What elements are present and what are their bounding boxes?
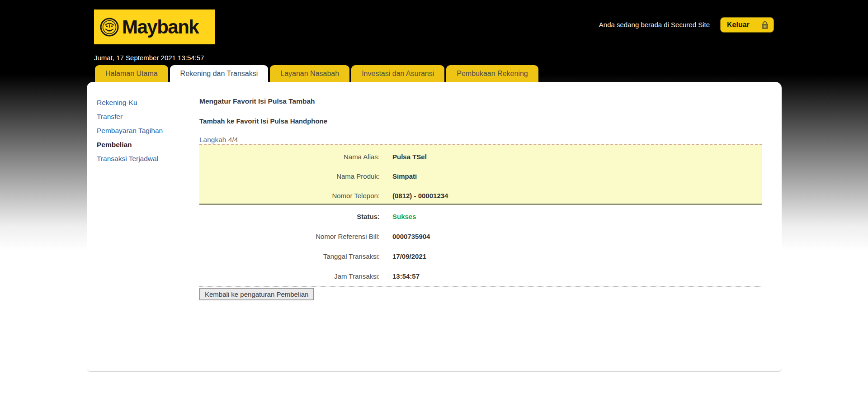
datetime-line: Jumat, 17 September 2021 13:54:57 xyxy=(94,54,204,62)
transaction-details: Status: Sukses Nomor Referensi Bill: 000… xyxy=(199,206,762,286)
info-row-status: Status: Sukses xyxy=(199,206,762,226)
back-to-pembelian-button[interactable]: Kembali ke pengaturan Pembelian xyxy=(199,288,314,300)
tab-layanan-nasabah[interactable]: Layanan Nasabah xyxy=(270,65,349,82)
logout-button[interactable]: Keluar xyxy=(720,17,774,33)
info-row-nomor-telepon: Nomor Telepon: (0812) - 00001234 xyxy=(199,186,762,205)
field-label: Jam Transaksi: xyxy=(199,272,380,280)
field-value: Simpati xyxy=(392,172,417,180)
content-panel: Rekening-Ku Transfer Pembayaran Tagihan … xyxy=(87,82,782,372)
tab-investasi-dan-asuransi[interactable]: Investasi dan Asuransi xyxy=(351,65,444,82)
sidebar-item-pembelian[interactable]: Pembelian xyxy=(97,138,187,152)
info-row-tanggal-transaksi: Tanggal Transaksi: 17/09/2021 xyxy=(199,246,762,266)
favorite-summary-box: Nama Alias: Pulsa TSel Nama Produk: Simp… xyxy=(199,144,762,205)
tab-halaman-utama[interactable]: Halaman Utama xyxy=(95,65,168,82)
sidebar-item-pembayaran-tagihan[interactable]: Pembayaran Tagihan xyxy=(97,124,187,138)
field-value: (0812) - 00001234 xyxy=(392,192,448,200)
sidebar-item-transaksi-terjadwal[interactable]: Transaksi Terjadwal xyxy=(97,152,187,166)
page-subtitle: Tambah ke Favorit Isi Pulsa Handphone xyxy=(199,117,327,125)
page-title: Mengatur Favorit Isi Pulsa Tambah xyxy=(199,97,315,105)
field-value: 13:54:57 xyxy=(392,272,420,280)
field-label: Nomor Telepon: xyxy=(199,192,380,200)
sidebar-item-rekening-ku[interactable]: Rekening-Ku xyxy=(97,95,187,109)
sidebar-item-transfer[interactable]: Transfer xyxy=(97,109,187,124)
sidebar-menu: Rekening-Ku Transfer Pembayaran Tagihan … xyxy=(97,95,187,166)
divider xyxy=(199,286,762,287)
brand-wordmark: Maybank xyxy=(122,16,198,38)
field-value: Pulsa TSel xyxy=(392,153,427,161)
info-row-jam-transaksi: Jam Transaksi: 13:54:57 xyxy=(199,266,762,286)
field-label: Nama Alias: xyxy=(199,153,380,161)
field-label: Nama Produk: xyxy=(199,172,380,180)
field-value: 0000735904 xyxy=(392,233,430,240)
field-label: Nomor Referensi Bill: xyxy=(199,233,380,240)
secure-site-note: Anda sedang berada di Secured Site xyxy=(599,21,710,29)
field-label: Tanggal Transaksi: xyxy=(199,252,380,260)
main-nav-tabs: Halaman Utama Rekening dan Transaksi Lay… xyxy=(95,65,540,82)
info-row-nama-produk: Nama Produk: Simpati xyxy=(199,166,762,186)
field-value: 17/09/2021 xyxy=(392,252,426,260)
info-row-nama-alias: Nama Alias: Pulsa TSel xyxy=(199,147,762,166)
logout-button-label: Keluar xyxy=(727,21,750,29)
step-indicator: Langkah 4/4 xyxy=(199,136,238,144)
maybank-logo: Maybank xyxy=(94,10,215,44)
field-label: Status: xyxy=(199,213,380,220)
lock-icon xyxy=(761,20,769,29)
tiger-emblem-icon xyxy=(99,17,119,37)
info-row-nomor-referensi: Nomor Referensi Bill: 0000735904 xyxy=(199,226,762,246)
status-value: Sukses xyxy=(392,213,416,220)
tab-pembukaan-rekening[interactable]: Pembukaan Rekening xyxy=(446,65,538,82)
tab-rekening-dan-transaksi[interactable]: Rekening dan Transaksi xyxy=(170,65,269,82)
